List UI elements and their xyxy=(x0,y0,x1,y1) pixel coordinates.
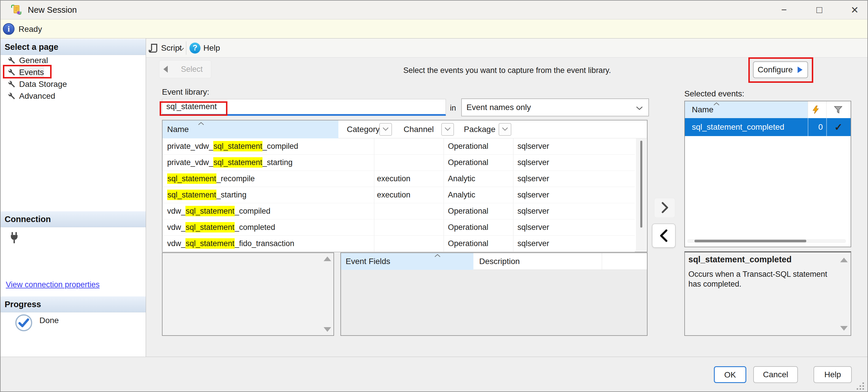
sidebar: Select a page General Events Data Storag… xyxy=(1,38,146,357)
table-row[interactable]: vdw_sql_statement_compiled Operational s… xyxy=(162,203,635,220)
column-divider xyxy=(602,253,602,270)
search-highlight: sql_statement xyxy=(185,206,235,216)
table-row[interactable]: sql_statement_starting execution Analyti… xyxy=(162,187,635,203)
event-name: vdw_sql_statement_completed xyxy=(167,220,275,235)
selected-event-row[interactable]: sql_statement_completed 0 ✓ xyxy=(685,118,850,136)
event-package: sqlserver xyxy=(518,138,549,154)
package-filter-dropdown[interactable] xyxy=(499,123,512,136)
horizontal-scrollbar[interactable] xyxy=(687,239,846,243)
annotation-box-configure xyxy=(748,57,813,83)
name-header-label: Name xyxy=(167,121,189,138)
dialog-toolbar: Script ? Help xyxy=(146,38,868,58)
resize-grip[interactable] xyxy=(857,382,865,390)
event-channel: Analytic xyxy=(448,187,475,203)
scroll-up-icon[interactable] xyxy=(323,257,331,261)
selected-events-table: Name sql_statement_completed 0 ✓ xyxy=(684,101,851,247)
select-page-button[interactable]: Select xyxy=(159,60,211,78)
name-column-header[interactable]: Name xyxy=(162,121,338,138)
remove-event-button[interactable] xyxy=(652,224,676,248)
sort-ascending-icon xyxy=(434,254,441,259)
event-fields-column-header[interactable]: Event Fields xyxy=(341,253,473,270)
event-category: execution xyxy=(377,171,410,187)
event-fields-label: Event Fields xyxy=(346,253,390,270)
event-channel: Operational xyxy=(448,138,489,154)
scroll-up-icon[interactable] xyxy=(840,258,848,262)
title-bar: New Session − □ ✕ xyxy=(1,1,867,19)
description-title: sql_statement_completed xyxy=(688,255,792,264)
maximize-button[interactable]: □ xyxy=(813,4,826,15)
help-icon: ? xyxy=(189,42,200,54)
event-fields-panel: Event Fields Description xyxy=(340,253,648,336)
select-button-label: Select xyxy=(175,61,209,78)
info-icon: i xyxy=(3,23,14,35)
event-package: sqlserver xyxy=(518,171,549,187)
progress-header: Progress xyxy=(1,296,146,313)
help-button-footer[interactable]: Help xyxy=(813,366,852,383)
event-name: vdw_sql_statement_compiled xyxy=(167,203,270,219)
event-description-panel: sql_statement_completed Occurs when a Tr… xyxy=(684,251,851,336)
close-button[interactable]: ✕ xyxy=(848,4,861,15)
search-highlight: sql_statement xyxy=(213,141,262,152)
scroll-down-icon[interactable] xyxy=(323,327,331,332)
help-button[interactable]: Help xyxy=(204,38,220,58)
search-highlight: sql_statement xyxy=(213,157,262,168)
sidebar-item-advanced[interactable]: Advanced xyxy=(1,90,146,102)
search-highlight: sql_statement xyxy=(185,238,235,249)
event-package: sqlserver xyxy=(518,187,549,203)
selected-event-count: 0 xyxy=(808,118,823,136)
event-channel: Operational xyxy=(448,236,489,252)
sidebar-item-label: General xyxy=(19,55,48,66)
table-row[interactable]: vdw_sql_statement_fido_transaction Opera… xyxy=(162,236,635,252)
selected-name-column-header[interactable]: Name xyxy=(685,101,808,118)
done-icon xyxy=(14,314,33,333)
sidebar-item-label: Advanced xyxy=(19,90,55,102)
package-header-label: Package xyxy=(464,121,495,138)
category-filter-dropdown[interactable] xyxy=(379,123,392,136)
scroll-down-icon[interactable] xyxy=(840,326,848,331)
view-connection-properties-link[interactable]: View connection properties xyxy=(6,280,100,289)
selected-name-label: Name xyxy=(692,101,714,118)
sidebar-item-general[interactable]: General xyxy=(1,55,146,66)
table-row[interactable]: vdw_sql_statement_completed Operational … xyxy=(162,220,635,236)
sidebar-item-label: Data Storage xyxy=(19,78,67,90)
event-channel: Operational xyxy=(448,220,489,235)
sidebar-item-data-storage[interactable]: Data Storage xyxy=(1,78,146,90)
column-divider xyxy=(826,101,827,118)
connection-icon xyxy=(7,231,21,246)
description-column-header[interactable]: Description xyxy=(479,253,520,270)
event-name: sql_statement_recompile xyxy=(167,171,255,187)
select-a-page-header: Select a page xyxy=(1,39,146,55)
script-icon xyxy=(148,43,159,55)
channel-header-label: Channel xyxy=(404,121,434,138)
toolbar-divider xyxy=(186,41,186,55)
instruction-text: Select the events you want to capture fr… xyxy=(403,66,611,75)
status-text: Ready xyxy=(19,20,42,39)
add-event-button[interactable] xyxy=(654,198,675,218)
event-details-panel xyxy=(162,253,334,336)
search-highlight: sql_statement xyxy=(167,173,216,184)
window-controls: − □ ✕ xyxy=(778,1,861,19)
channel-filter-dropdown[interactable] xyxy=(441,123,454,136)
scrollbar-thumb[interactable] xyxy=(694,240,806,242)
event-library-label: Event library: xyxy=(162,88,209,97)
vertical-scrollbar[interactable] xyxy=(636,138,646,251)
event-name: private_vdw_sql_statement_compiled xyxy=(167,138,298,154)
search-scope-value: Event names only xyxy=(466,99,531,116)
table-row[interactable]: private_vdw_sql_statement_starting Opera… xyxy=(162,155,635,171)
window-title: New Session xyxy=(28,1,77,19)
chevron-down-icon xyxy=(636,106,643,112)
cancel-button[interactable]: Cancel xyxy=(753,366,798,383)
event-category: execution xyxy=(377,187,410,203)
table-row[interactable]: private_vdw_sql_statement_compiled Opera… xyxy=(162,138,635,155)
search-scope-dropdown[interactable]: Event names only xyxy=(461,98,649,117)
event-package: sqlserver xyxy=(518,220,549,235)
wrench-icon xyxy=(7,92,16,100)
ok-button[interactable]: OK xyxy=(714,366,746,383)
wrench-icon xyxy=(7,79,16,88)
selected-events-header: Name xyxy=(685,101,850,118)
table-row[interactable]: sql_statement_recompile execution Analyt… xyxy=(162,171,635,187)
scrollbar-thumb[interactable] xyxy=(640,141,642,228)
minimize-button[interactable]: − xyxy=(778,4,790,15)
chevron-down-icon[interactable] xyxy=(179,47,184,52)
progress-status: Done xyxy=(39,316,59,325)
